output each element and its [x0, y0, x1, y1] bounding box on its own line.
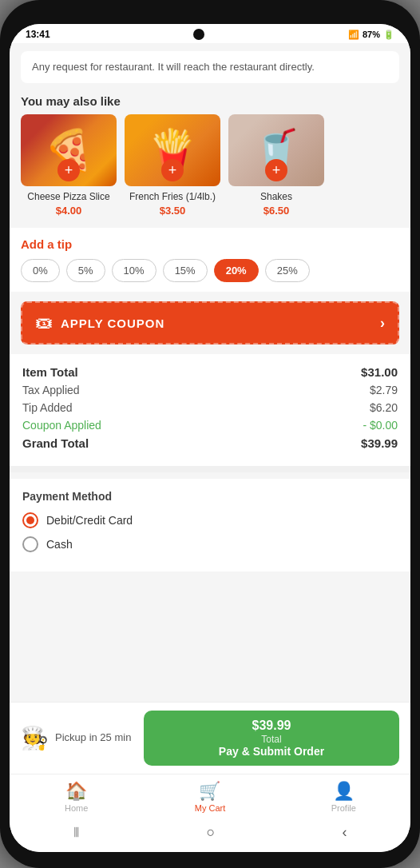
add-shake-button[interactable]: + [265, 159, 287, 181]
phone-frame: 13:41 📶 87% 🔋 Any request for restaurant… [0, 0, 420, 868]
tip-10[interactable]: 10% [112, 259, 157, 282]
android-recent-btn[interactable]: ⦀ [73, 824, 80, 841]
status-time: 13:41 [26, 29, 50, 40]
status-icons: 📶 [348, 30, 359, 40]
apply-coupon-button[interactable]: 🎟 APPLY COUPON › [21, 301, 399, 344]
pickup-text: Pickup in 25 min [55, 731, 131, 745]
order-total-price: $39.99 [252, 719, 291, 733]
pickup-info: 🧑‍🍳 Pickup in 25 min [21, 725, 136, 751]
tip-added-label: Tip Added [22, 401, 73, 414]
payment-section: Payment Method Debit/Credit Card Cash [10, 479, 410, 571]
payment-cash-option[interactable]: Cash [22, 536, 398, 552]
bottom-bar: 🧑‍🍳 Pickup in 25 min $39.99 Total Pay & … [10, 702, 410, 774]
suggestion-shake: + Shakes $6.50 [228, 114, 324, 217]
grand-total-row: Grand Total $39.99 [22, 436, 398, 450]
item-total-row: Item Total $31.00 [22, 365, 398, 379]
order-summary: Item Total $31.00 Tax Applied $2.79 Tip … [10, 354, 410, 466]
fries-name: French Fries (1/4lb.) [129, 191, 216, 204]
battery-icon: 🔋 [383, 30, 394, 40]
pizza-name: Cheese Pizza Slice [27, 191, 109, 204]
status-battery: 87% [363, 30, 380, 39]
status-right: 📶 87% 🔋 [348, 30, 394, 40]
grand-total-value: $39.99 [361, 436, 398, 450]
total-label: Total [261, 734, 281, 745]
add-fries-button[interactable]: + [161, 159, 184, 181]
request-note-text: Any request for restaurant. It will reac… [32, 61, 315, 73]
payment-title: Payment Method [22, 490, 398, 503]
suggestion-pizza: + Cheese Pizza Slice $4.00 [21, 114, 117, 217]
coupon-applied-label: Coupon Applied [22, 419, 101, 432]
tax-label: Tax Applied [22, 384, 80, 396]
payment-card-radio [22, 512, 38, 528]
suggestion-fries: + French Fries (1/4lb.) $3.50 [125, 114, 220, 217]
coupon-row: Coupon Applied - $0.00 [22, 419, 398, 432]
pizza-img-wrap: + [21, 114, 117, 186]
phone-screen: 13:41 📶 87% 🔋 Any request for restaurant… [10, 24, 410, 852]
android-home-btn[interactable]: ○ [207, 824, 216, 841]
android-nav: ⦀ ○ ‹ [10, 818, 410, 852]
android-back-btn[interactable]: ‹ [342, 824, 347, 841]
nav-profile-label: Profile [331, 803, 356, 813]
nav-home[interactable]: 🏠 Home [10, 781, 143, 813]
camera-notch [193, 29, 204, 40]
tax-value: $2.79 [370, 384, 398, 396]
profile-icon: 👤 [333, 781, 355, 802]
grand-total-label: Grand Total [22, 436, 89, 450]
tip-title: Add a tip [21, 237, 399, 251]
item-total-value: $31.00 [361, 365, 398, 379]
status-bar: 13:41 📶 87% 🔋 [10, 24, 410, 43]
tip-15[interactable]: 15% [163, 259, 208, 282]
payment-card-radio-fill [26, 516, 34, 524]
nav-home-label: Home [65, 803, 88, 813]
request-note: Any request for restaurant. It will reac… [21, 51, 399, 83]
suggestions-row: + Cheese Pizza Slice $4.00 + French Frie… [10, 114, 410, 229]
tip-row: Tip Added $6.20 [22, 401, 398, 414]
payment-cash-label: Cash [46, 538, 73, 551]
fries-price: $3.50 [160, 205, 186, 217]
coupon-label: APPLY COUPON [61, 317, 164, 330]
coupon-arrow-icon: › [380, 315, 385, 332]
payment-cash-radio [22, 536, 38, 552]
scroll-content[interactable]: Any request for restaurant. It will reac… [10, 43, 410, 702]
pay-submit-button[interactable]: $39.99 Total Pay & Submit Order [144, 711, 399, 766]
payment-card-label: Debit/Credit Card [46, 514, 133, 527]
suggestions-section: You may also like + Cheese Pizza Slice $… [10, 83, 410, 229]
suggestions-title: You may also like [10, 83, 410, 114]
spacer [10, 571, 410, 579]
divider [10, 466, 410, 472]
nav-cart-label: My Cart [195, 803, 226, 813]
shake-img-wrap: + [228, 114, 324, 186]
item-total-label: Item Total [22, 365, 78, 379]
coupon-left: 🎟 APPLY COUPON [35, 313, 164, 333]
coupon-applied-value: - $0.00 [363, 419, 398, 432]
tip-section: Add a tip 0% 5% 10% 15% 20% 25% [10, 228, 410, 292]
submit-label: Pay & Submit Order [219, 745, 324, 758]
coupon-icon: 🎟 [35, 313, 53, 333]
tip-25[interactable]: 25% [265, 259, 310, 282]
tip-options: 0% 5% 10% 15% 20% 25% [21, 259, 399, 282]
tax-row: Tax Applied $2.79 [22, 384, 398, 396]
shake-name: Shakes [260, 191, 292, 204]
tip-0[interactable]: 0% [21, 259, 60, 282]
add-pizza-button[interactable]: + [57, 159, 80, 181]
fries-img-wrap: + [125, 114, 220, 186]
tip-20[interactable]: 20% [214, 259, 259, 282]
cart-icon: 🛒 [199, 781, 220, 802]
pizza-price: $4.00 [56, 205, 82, 217]
tip-added-value: $6.20 [370, 401, 398, 414]
tip-5[interactable]: 5% [66, 259, 105, 282]
nav-profile[interactable]: 👤 Profile [277, 781, 410, 813]
home-icon: 🏠 [65, 781, 87, 802]
shake-price: $6.50 [263, 205, 290, 217]
payment-card-option[interactable]: Debit/Credit Card [22, 512, 398, 528]
nav-cart[interactable]: 🛒 My Cart [143, 781, 276, 813]
bottom-nav: 🏠 Home 🛒 My Cart 👤 Profile [10, 774, 410, 818]
pickup-icon: 🧑‍🍳 [21, 725, 49, 751]
